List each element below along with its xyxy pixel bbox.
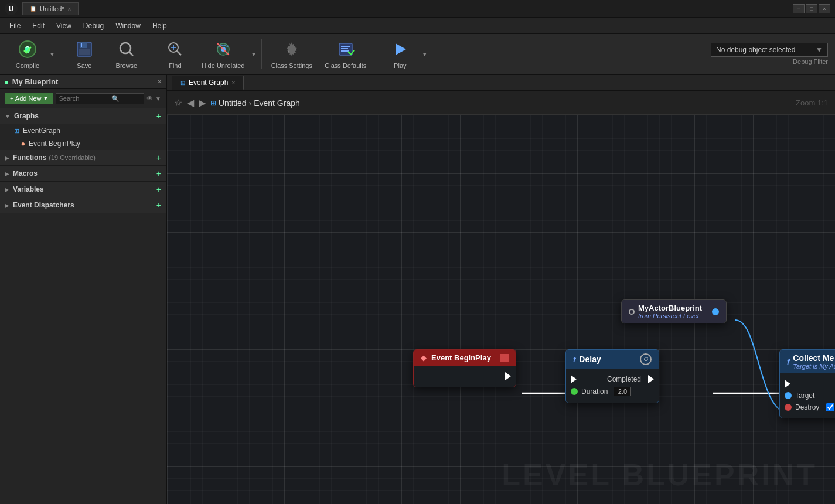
variables-collapse-icon: ▶: [5, 186, 9, 193]
macros-add-button[interactable]: +: [156, 169, 161, 178]
class-settings-button[interactable]: Class Settings: [265, 36, 318, 71]
canvas-watermark: LEVEL BLUEPRINT: [502, 457, 817, 492]
blueprint-canvas[interactable]: ◆ Event BeginPlay f Delay ⏱: [167, 115, 835, 504]
browse-button[interactable]: Browse: [106, 36, 147, 71]
graphs-add-button[interactable]: +: [156, 111, 161, 121]
collect-me-destroy-pin[interactable]: [785, 404, 792, 411]
event-begin-play-item[interactable]: ◆ Event BeginPlay: [0, 137, 166, 150]
svg-line-9: [177, 51, 181, 55]
delay-exec-in-pin[interactable]: [571, 375, 577, 383]
collect-me-destroy-checkbox[interactable]: [826, 403, 834, 411]
delay-node-title: Delay: [579, 355, 601, 364]
event-graph-item[interactable]: ⊞ EventGraph: [0, 124, 166, 137]
macros-section-title: Macros: [13, 169, 38, 178]
hide-unrelated-dropdown-arrow[interactable]: ▼: [250, 49, 258, 60]
delay-node[interactable]: f Delay ⏱ Completed Duration 2.0: [565, 349, 659, 403]
delay-func-icon: f: [573, 355, 575, 364]
menu-view[interactable]: View: [52, 20, 76, 32]
menu-help[interactable]: Help: [148, 20, 172, 32]
find-button[interactable]: Find: [155, 36, 196, 71]
class-defaults-icon: [335, 39, 356, 60]
event-dispatchers-add-button[interactable]: +: [156, 200, 161, 210]
my-blueprint-close-button[interactable]: ×: [158, 79, 161, 85]
delay-duration-pin[interactable]: [571, 388, 578, 395]
add-new-button[interactable]: + Add New ▼: [5, 93, 53, 104]
filter-chevron-icon[interactable]: ▼: [155, 96, 161, 102]
maximize-button[interactable]: □: [806, 4, 817, 13]
collect-me-node-header: f Collect Me Target is My Actor: [780, 350, 835, 373]
macros-section-header[interactable]: ▶ Macros +: [0, 166, 166, 182]
save-icon: [74, 39, 95, 60]
breadcrumb-icon: ⊞: [210, 99, 216, 107]
event-graph-icon: ⊞: [14, 127, 19, 135]
bookmark-button[interactable]: ☆: [174, 97, 182, 108]
collect-me-destroy-row: Destroy: [780, 401, 835, 413]
menu-window[interactable]: Window: [111, 20, 145, 32]
compile-button[interactable]: Compile: [7, 36, 48, 71]
toolbar-sep-4: [376, 39, 376, 69]
svg-rect-3: [80, 42, 87, 48]
graph-tabs: ⊞ Event Graph ×: [167, 75, 835, 91]
play-button[interactable]: Play: [380, 36, 421, 71]
functions-section-header[interactable]: ▶ Functions (19 Overridable) +: [0, 150, 166, 166]
delay-clock-icon: ⏱: [640, 353, 652, 365]
actor-blueprint-node[interactable]: MyActorBlueprint from Persistent Level: [621, 299, 727, 323]
minimize-button[interactable]: −: [793, 4, 805, 13]
actor-node-sub: from Persistent Level: [638, 312, 702, 319]
close-button[interactable]: ×: [819, 4, 830, 13]
actor-node-out-pin[interactable]: [712, 308, 719, 315]
functions-add-button[interactable]: +: [156, 153, 161, 162]
compile-icon: [17, 39, 38, 60]
svg-rect-18: [341, 48, 348, 49]
variables-add-button[interactable]: +: [156, 185, 161, 194]
collect-me-func-icon: f: [787, 357, 789, 366]
compile-label: Compile: [16, 62, 39, 69]
menu-debug[interactable]: Debug: [79, 20, 108, 32]
collect-me-exec-in-row: [780, 378, 835, 390]
debug-object-dropdown[interactable]: No debug object selected ▼: [711, 43, 828, 57]
functions-sub-label: (19 Overridable): [49, 154, 95, 161]
forward-button[interactable]: ▶: [199, 97, 206, 108]
class-defaults-button[interactable]: Class Defaults: [319, 36, 372, 71]
collect-me-title-block: Collect Me Target is My Actor: [793, 353, 835, 370]
collect-me-node-title: Collect Me: [793, 353, 835, 363]
graphs-section-header[interactable]: ▼ Graphs +: [0, 108, 166, 124]
breadcrumb-project[interactable]: Untitled: [219, 98, 246, 108]
menu-edit[interactable]: Edit: [28, 20, 49, 32]
left-panel: ■ My Blueprint × + Add New ▼ 🔍 👁 ▼ ▼ Gra…: [0, 75, 167, 504]
play-label: Play: [394, 62, 406, 69]
delay-duration-value[interactable]: 2.0: [614, 387, 631, 396]
visibility-toggle-icon[interactable]: 👁: [146, 95, 153, 102]
collect-me-node[interactable]: f Collect Me Target is My Actor Target: [779, 349, 835, 418]
collect-me-exec-in-pin[interactable]: [785, 380, 790, 388]
main-tab[interactable]: 📋 Untitled* ×: [22, 2, 79, 15]
collect-me-target-pin[interactable]: [785, 392, 792, 399]
breadcrumb: ⊞ Untitled › Event Graph: [210, 98, 300, 108]
event-begin-play-exec-out-pin[interactable]: [505, 372, 511, 380]
hide-unrelated-label: Hide Unrelated: [202, 62, 244, 69]
event-dispatchers-section-header[interactable]: ▶ Event Dispatchers +: [0, 197, 166, 213]
variables-section-header[interactable]: ▶ Variables +: [0, 182, 166, 197]
event-graph-tab[interactable]: ⊞ Event Graph ×: [172, 76, 244, 90]
back-button[interactable]: ◀: [187, 97, 194, 108]
search-input[interactable]: [59, 95, 111, 102]
hide-unrelated-button[interactable]: Hide Unrelated: [197, 36, 250, 71]
event-begin-play-label: Event BeginPlay: [29, 139, 80, 148]
breadcrumb-graph[interactable]: Event Graph: [254, 98, 300, 108]
event-begin-play-node[interactable]: ◆ Event BeginPlay: [413, 349, 516, 387]
my-blueprint-panel-header: ■ My Blueprint ×: [0, 75, 166, 89]
compile-dropdown-arrow[interactable]: ▼: [48, 49, 56, 60]
menu-file[interactable]: File: [5, 20, 25, 32]
play-dropdown-arrow[interactable]: ▼: [421, 49, 429, 60]
class-settings-label: Class Settings: [271, 62, 312, 69]
save-label: Save: [77, 62, 91, 69]
search-icon[interactable]: 🔍: [111, 95, 120, 103]
save-button[interactable]: Save: [64, 36, 105, 71]
browse-icon: [116, 39, 137, 60]
event-graph-tab-label: Event Graph: [189, 79, 228, 87]
toolbar-sep-1: [60, 39, 60, 69]
tab-close-button[interactable]: ×: [68, 6, 71, 12]
delay-completed-out-pin[interactable]: [648, 375, 654, 383]
event-graph-tab-close[interactable]: ×: [231, 80, 235, 86]
functions-collapse-icon: ▶: [5, 155, 9, 161]
